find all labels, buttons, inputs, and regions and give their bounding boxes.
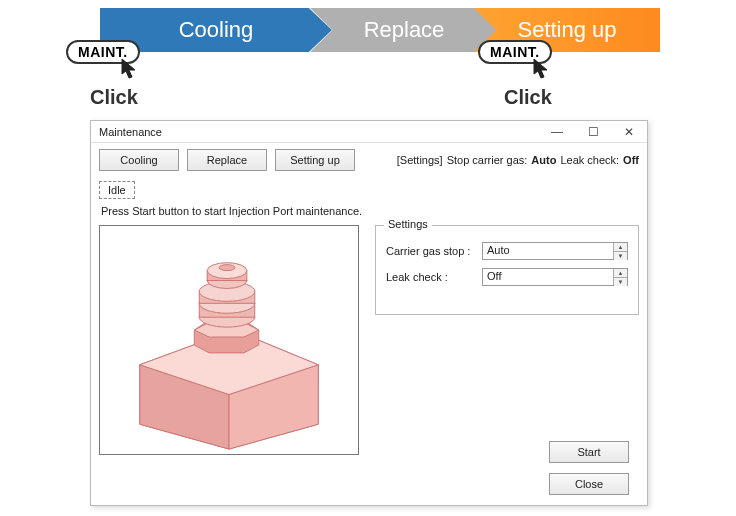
leak-check-value: Off [483,269,613,285]
step-replace: Replace [310,8,498,52]
click-label: Click [504,86,552,109]
maximize-button[interactable]: ☐ [575,121,611,143]
setting-up-button[interactable]: Setting up [275,149,355,171]
cooling-button[interactable]: Cooling [99,149,179,171]
step-breadcrumb: Cooling Replace Setting up [100,8,660,52]
minimize-button[interactable]: — [539,121,575,143]
maintenance-dialog: Maintenance — ☐ ✕ Cooling Replace Settin… [90,120,648,506]
carrier-gas-stop-value: Auto [483,243,613,259]
click-label: Click [90,86,138,109]
close-button[interactable]: Close [549,473,629,495]
replace-button[interactable]: Replace [187,149,267,171]
status-carrier-label: Stop carrier gas: [447,154,528,166]
dialog-title: Maintenance [99,126,162,138]
leak-check-label: Leak check : [386,271,476,283]
settings-legend: Settings [384,218,432,230]
status-leak-value: Off [623,154,639,166]
settings-group: Settings Carrier gas stop : Auto ▲ ▼ Le [375,225,639,315]
chevron-down-icon[interactable]: ▼ [614,252,627,260]
injection-port-icon [100,226,358,454]
carrier-gas-stop-field[interactable]: Auto ▲ ▼ [482,242,628,260]
chevron-up-icon[interactable]: ▲ [614,243,627,252]
status-leak-label: Leak check: [560,154,619,166]
status-carrier-value: Auto [531,154,556,166]
carrier-gas-stop-label: Carrier gas stop : [386,245,476,257]
chevron-up-icon[interactable]: ▲ [614,269,627,278]
instruction-text: Press Start button to start Injection Po… [101,205,639,217]
leak-check-spinner[interactable]: ▲ ▼ [613,269,627,285]
preview-pane [99,225,359,455]
svg-point-14 [219,265,235,271]
leak-check-field[interactable]: Off ▲ ▼ [482,268,628,286]
start-button[interactable]: Start [549,441,629,463]
dialog-titlebar: Maintenance — ☐ ✕ [91,121,647,143]
carrier-gas-stop-spinner[interactable]: ▲ ▼ [613,243,627,259]
dialog-toolbar: Cooling Replace Setting up [Settings] St… [91,143,647,177]
status-settings-label: [Settings] [397,154,443,166]
close-window-button[interactable]: ✕ [611,121,647,143]
idle-tab[interactable]: Idle [99,181,135,199]
toolbar-status: [Settings] Stop carrier gas: Auto Leak c… [397,154,639,166]
chevron-down-icon[interactable]: ▼ [614,278,627,286]
